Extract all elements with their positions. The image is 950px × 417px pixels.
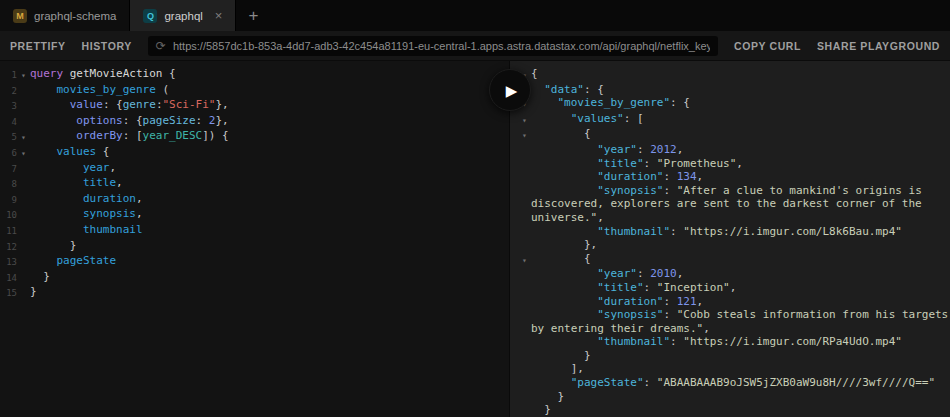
code-text: "synopsis": "Cobb steals information fro…: [531, 308, 950, 335]
code-line[interactable]: "synopsis": "Cobb steals information fro…: [518, 308, 950, 335]
code-text: "thumbnail": "https://i.imgur.com/RPa4Ud…: [531, 335, 950, 349]
line-number: 9: [0, 192, 17, 208]
code-line[interactable]: ▾ "movies_by_genre": {: [518, 96, 950, 112]
line-number: 2: [0, 83, 17, 99]
code-line[interactable]: 11 thumbnail: [0, 223, 509, 239]
code-line[interactable]: 6▾ values {: [0, 145, 509, 161]
code-line[interactable]: 7 year,: [0, 161, 509, 177]
fold-spacer: [17, 114, 30, 130]
code-line[interactable]: }: [518, 390, 950, 404]
tab-graphql[interactable]: Q graphql ×: [130, 0, 236, 31]
fold-spacer: [17, 98, 30, 114]
line-number: 5: [0, 129, 17, 145]
fold-spacer: [17, 285, 30, 301]
code-line[interactable]: "title": "Inception",: [518, 281, 950, 295]
graphql-playground-window: M graphql-schema Q graphql × + PRETTIFY …: [0, 0, 950, 417]
code-line[interactable]: ▾ "values": [: [518, 112, 950, 128]
code-line[interactable]: ▾ {: [518, 127, 950, 143]
code-line[interactable]: 3 value: {genre:"Sci-Fi"},: [0, 98, 509, 114]
fold-arrow-icon[interactable]: ▾: [17, 129, 30, 145]
fold-arrow-icon[interactable]: ▾: [518, 252, 531, 268]
line-number: 8: [0, 176, 17, 192]
fold-spacer: [518, 335, 531, 349]
code-line[interactable]: 13 pageState: [0, 254, 509, 270]
code-line[interactable]: ▾{: [518, 67, 950, 83]
code-line[interactable]: 8 title,: [0, 176, 509, 192]
fold-arrow-icon[interactable]: ▾: [518, 112, 531, 128]
fold-spacer: [17, 254, 30, 270]
fold-spacer: [518, 157, 531, 171]
code-line[interactable]: "year": 2010,: [518, 267, 950, 281]
line-number: 3: [0, 98, 17, 114]
fold-spacer: [17, 207, 30, 223]
code-text: {: [531, 67, 950, 83]
code-line[interactable]: 14 }: [0, 270, 509, 286]
code-line[interactable]: "thumbnail": "https://i.imgur.com/L8k6Ba…: [518, 225, 950, 239]
code-text: "title": "Prometheus",: [531, 157, 950, 171]
code-line[interactable]: ▾ {: [518, 252, 950, 268]
new-tab-button[interactable]: +: [236, 0, 270, 31]
code-text: "data": {: [531, 83, 950, 97]
query-editor-pane[interactable]: 1▾query getMovieAction {2 movies_by_genr…: [0, 61, 510, 417]
fold-spacer: [518, 281, 531, 295]
code-line[interactable]: 15}: [0, 285, 509, 301]
code-text: values {: [30, 145, 509, 161]
history-button[interactable]: HISTORY: [82, 40, 132, 52]
code-line[interactable]: "year": 2012,: [518, 143, 950, 157]
tab-label: graphql-schema: [34, 10, 116, 22]
code-line[interactable]: "pageState": "ABAABAAAB9oJSW5jZXB0aW9u8H…: [518, 376, 950, 390]
code-line[interactable]: "duration": 134,: [518, 170, 950, 184]
fold-arrow-icon[interactable]: ▾: [17, 67, 30, 83]
code-line[interactable]: "duration": 121,: [518, 295, 950, 309]
code-line[interactable]: 2 movies_by_genre (: [0, 83, 509, 99]
share-playground-button[interactable]: SHARE PLAYGROUND: [817, 40, 940, 52]
code-text: ],: [531, 362, 950, 376]
line-number: 11: [0, 223, 17, 239]
fold-spacer: [518, 238, 531, 252]
code-line[interactable]: 10 synopsis,: [0, 207, 509, 223]
close-icon[interactable]: ×: [215, 9, 223, 22]
endpoint-url-bar: ⟳: [148, 36, 718, 56]
fold-spacer: [518, 376, 531, 390]
code-line[interactable]: "synopsis": "After a clue to mankind's o…: [518, 184, 950, 225]
fold-arrow-icon[interactable]: ▾: [17, 145, 30, 161]
fold-arrow-icon[interactable]: ▾: [518, 127, 531, 143]
code-text: "duration": 121,: [531, 295, 950, 309]
code-line[interactable]: },: [518, 238, 950, 252]
response-viewer-pane[interactable]: ▾{ "data": {▾ "movies_by_genre": {▾ "val…: [510, 61, 950, 417]
fold-spacer: [17, 270, 30, 286]
code-text: "year": 2010,: [531, 267, 950, 281]
prettify-button[interactable]: PRETTIFY: [10, 40, 66, 52]
code-text: pageState: [30, 254, 509, 270]
code-line[interactable]: 5▾ orderBy: [year_DESC]) {: [0, 129, 509, 145]
line-number: 10: [0, 207, 17, 223]
code-line[interactable]: 9 duration,: [0, 192, 509, 208]
fold-spacer: [518, 403, 531, 417]
fold-spacer: [518, 362, 531, 376]
code-text: "values": [: [531, 112, 950, 128]
execute-query-button[interactable]: ▶: [489, 69, 531, 111]
code-line[interactable]: 4 options: {pageSize: 2},: [0, 114, 509, 130]
code-line[interactable]: 12 }: [0, 239, 509, 255]
fold-spacer: [17, 83, 30, 99]
code-line[interactable]: ],: [518, 362, 950, 376]
tab-graphql-schema[interactable]: M graphql-schema: [0, 0, 130, 31]
fold-spacer: [518, 349, 531, 363]
code-text: value: {genre:"Sci-Fi"},: [30, 98, 509, 114]
code-line[interactable]: "data": {: [518, 83, 950, 97]
copy-curl-button[interactable]: COPY CURL: [734, 40, 801, 52]
code-text: {: [531, 127, 950, 143]
code-text: synopsis,: [30, 207, 509, 223]
code-line[interactable]: }: [518, 403, 950, 417]
tab-label: graphql: [164, 10, 202, 22]
code-line[interactable]: 1▾query getMovieAction {: [0, 67, 509, 83]
refresh-icon[interactable]: ⟳: [156, 40, 166, 52]
line-number: 7: [0, 161, 17, 177]
endpoint-url-input[interactable]: [173, 40, 710, 52]
code-line[interactable]: "title": "Prometheus",: [518, 157, 950, 171]
code-text: }: [531, 390, 950, 404]
code-line[interactable]: "thumbnail": "https://i.imgur.com/RPa4Ud…: [518, 335, 950, 349]
tab-bar: M graphql-schema Q graphql × +: [0, 0, 950, 31]
code-line[interactable]: }: [518, 349, 950, 363]
code-text: "duration": 134,: [531, 170, 950, 184]
